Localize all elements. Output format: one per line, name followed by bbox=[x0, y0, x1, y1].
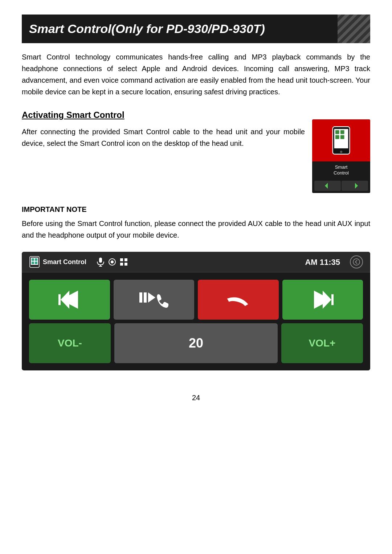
ui-screenshot: Smart Control bbox=[22, 252, 370, 370]
title-box: Smart Control(Only for PD-930/PD-930T) bbox=[22, 15, 370, 43]
sc-label-main: Smart bbox=[314, 164, 368, 170]
sc-bottom-buttons bbox=[312, 178, 370, 193]
svg-marker-30 bbox=[148, 292, 155, 303]
play-pause-call-button[interactable] bbox=[114, 280, 195, 320]
svg-point-24 bbox=[353, 259, 360, 265]
page-number: 24 bbox=[22, 385, 370, 410]
activating-section: Activating Smart Control After connectin… bbox=[22, 108, 370, 193]
sc-icon-top bbox=[312, 119, 370, 161]
svg-marker-32 bbox=[323, 291, 331, 309]
media-controls-row bbox=[29, 280, 363, 320]
smart-control-app-icon bbox=[29, 256, 40, 268]
circle-icon bbox=[108, 258, 116, 266]
vol-plus-button[interactable]: VOL+ bbox=[281, 323, 363, 363]
svg-rect-21 bbox=[124, 258, 127, 261]
svg-rect-14 bbox=[35, 262, 37, 264]
svg-rect-2 bbox=[335, 130, 339, 134]
svg-point-6 bbox=[340, 151, 342, 153]
ui-header-left: Smart Control bbox=[29, 256, 301, 268]
svg-marker-7 bbox=[325, 183, 328, 189]
svg-rect-23 bbox=[124, 263, 127, 266]
phone-device-icon bbox=[328, 126, 354, 155]
end-call-button[interactable] bbox=[198, 280, 279, 320]
app-name-label: Smart Control bbox=[43, 257, 86, 267]
svg-rect-22 bbox=[120, 263, 123, 266]
prev-button[interactable] bbox=[29, 280, 110, 320]
ui-controls: VOL- 20 VOL+ bbox=[22, 272, 370, 370]
important-note: IMPORTANT NOTE Before using the Smart Co… bbox=[22, 204, 370, 241]
activating-text: Activating Smart Control After connectin… bbox=[22, 108, 305, 149]
svg-rect-13 bbox=[32, 262, 34, 264]
important-note-heading: IMPORTANT NOTE bbox=[22, 204, 370, 215]
svg-rect-3 bbox=[340, 130, 344, 134]
ui-header-icons bbox=[97, 257, 128, 267]
svg-rect-20 bbox=[120, 258, 123, 261]
svg-rect-12 bbox=[35, 258, 37, 261]
svg-rect-4 bbox=[335, 135, 339, 139]
sc-bottom-right bbox=[342, 181, 368, 191]
intro-paragraph: Smart Control technology communicates ha… bbox=[22, 51, 370, 98]
sc-label-sub: Control bbox=[314, 170, 368, 176]
sc-label: Smart Control bbox=[312, 161, 370, 178]
important-note-body: Before using the Smart Control function,… bbox=[22, 218, 370, 241]
svg-rect-25 bbox=[58, 294, 61, 305]
svg-rect-29 bbox=[144, 292, 147, 303]
sc-bottom-left bbox=[314, 181, 341, 191]
svg-rect-5 bbox=[340, 135, 344, 139]
ui-header: Smart Control bbox=[22, 252, 370, 272]
svg-rect-11 bbox=[32, 258, 34, 261]
activating-heading: Activating Smart Control bbox=[22, 108, 305, 122]
svg-rect-33 bbox=[331, 294, 334, 305]
vol-minus-button[interactable]: VOL- bbox=[29, 323, 111, 363]
microphone-icon bbox=[97, 257, 105, 267]
ui-back-button[interactable] bbox=[350, 255, 363, 268]
volume-controls-row: VOL- 20 VOL+ bbox=[29, 323, 363, 363]
svg-marker-27 bbox=[61, 291, 69, 309]
svg-point-19 bbox=[111, 260, 114, 263]
smart-control-icon: Smart Control bbox=[312, 119, 370, 193]
activating-body: After connecting the provided Smart Cont… bbox=[22, 126, 305, 149]
grid-icon bbox=[120, 258, 128, 266]
ui-time: AM 11:35 bbox=[305, 256, 340, 268]
svg-marker-8 bbox=[355, 183, 358, 189]
svg-rect-28 bbox=[139, 292, 142, 303]
vol-value-display: 20 bbox=[114, 323, 278, 363]
svg-rect-15 bbox=[99, 258, 102, 263]
next-button[interactable] bbox=[282, 280, 363, 320]
page-title: Smart Control(Only for PD-930/PD-930T) bbox=[29, 20, 363, 38]
